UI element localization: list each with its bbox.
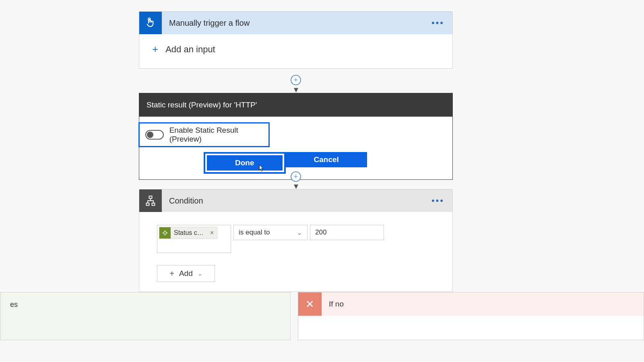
status-code-token: Status co... ×: [159, 227, 217, 239]
svg-point-4: [164, 232, 167, 234]
chevron-down-icon: ⌄: [198, 270, 202, 277]
static-result-header: Static result (Preview) for 'HTTP': [139, 93, 452, 117]
if-no-header: ✕ If no: [298, 292, 644, 316]
add-condition-button[interactable]: + Add ⌄: [157, 265, 215, 282]
condition-value: 200: [315, 228, 326, 237]
manual-trigger-icon: [139, 12, 162, 34]
condition-left-operand[interactable]: Status co... ×: [157, 225, 231, 253]
enable-static-result-label: Enable Static Result (Preview): [169, 126, 263, 144]
enable-static-result-row: Enable Static Result (Preview): [138, 122, 270, 147]
trigger-title: Manually trigger a flow: [162, 19, 431, 28]
if-yes-branch[interactable]: es: [0, 292, 291, 340]
trigger-menu-button[interactable]: •••: [431, 18, 444, 28]
condition-operator-select[interactable]: is equal to ⌄: [233, 225, 308, 240]
if-no-label: If no: [322, 300, 344, 309]
static-result-buttons: Done Cancel: [139, 152, 452, 174]
svg-rect-3: [152, 203, 155, 206]
condition-icon: [139, 189, 162, 212]
condition-header[interactable]: Condition •••: [139, 189, 452, 212]
if-no-branch[interactable]: ✕ If no: [298, 292, 644, 340]
chevron-down-icon: ⌄: [297, 228, 302, 237]
plus-icon: +: [169, 269, 174, 278]
trigger-body: + Add an input: [139, 34, 452, 68]
done-button[interactable]: Done: [207, 155, 283, 171]
add-label: Add: [179, 269, 193, 278]
add-input-button[interactable]: + Add an input: [152, 43, 440, 56]
token-remove-button[interactable]: ×: [207, 229, 217, 237]
condition-title: Condition: [162, 196, 431, 206]
plus-icon: +: [152, 43, 158, 56]
add-input-label: Add an input: [165, 44, 215, 55]
condition-value-input[interactable]: 200: [310, 225, 384, 240]
static-result-card: Static result (Preview) for 'HTTP' Enabl…: [139, 93, 453, 180]
add-step-button-1[interactable]: +: [291, 75, 301, 85]
condition-menu-button[interactable]: •••: [431, 195, 444, 206]
condition-card: Condition ••• Status co... ×: [139, 189, 453, 292]
trigger-card: Manually trigger a flow ••• + Add an inp…: [139, 11, 453, 69]
condition-body: Status co... × is equal to ⌄ 200 + Add ⌄: [139, 212, 452, 292]
condition-row: Status co... × is equal to ⌄ 200: [157, 225, 435, 253]
token-label: Status co...: [171, 229, 207, 237]
toggle-knob: [147, 132, 153, 138]
done-button-highlight: Done: [204, 152, 286, 174]
add-step-button-2[interactable]: +: [291, 171, 301, 182]
if-yes-label-fragment: es: [10, 300, 18, 309]
operator-value: is equal to: [239, 228, 270, 237]
close-icon: ✕: [298, 292, 322, 316]
enable-static-result-toggle[interactable]: [145, 130, 164, 140]
svg-rect-1: [149, 196, 152, 198]
dynamic-content-icon: [159, 227, 171, 239]
cancel-button[interactable]: Cancel: [286, 152, 367, 167]
svg-rect-2: [147, 203, 149, 206]
trigger-header[interactable]: Manually trigger a flow •••: [139, 12, 452, 34]
